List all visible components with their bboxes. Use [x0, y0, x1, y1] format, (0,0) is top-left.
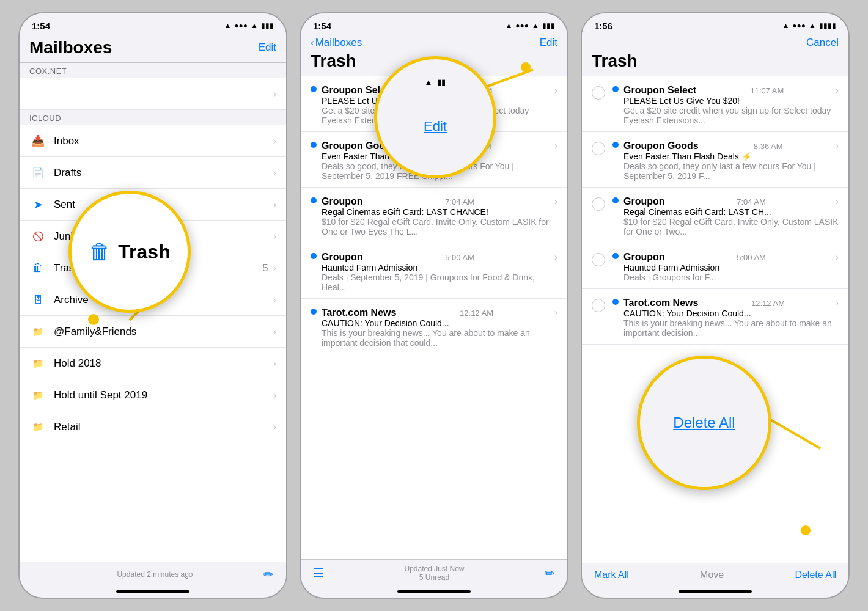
archive-chevron: ›	[273, 295, 276, 306]
footer-3: Mark All Move Delete All	[582, 563, 848, 587]
unread-dot-2-3	[311, 253, 317, 259]
radio-3-1[interactable]	[592, 142, 605, 155]
email-row-2-2[interactable]: Groupon 7:04 AM › Regal Cinemas eGift Ca…	[301, 188, 567, 243]
zoom-circle-edit: ▲ ▮▮ Edit	[374, 56, 496, 178]
drafts-chevron: ›	[273, 167, 276, 178]
email-row-3-2[interactable]: Groupon 7:04 AM › Regal Cinemas eGift Ca…	[582, 188, 848, 243]
nav-title-1: Mailboxes	[29, 38, 259, 57]
cancel-button-3[interactable]: Cancel	[806, 37, 839, 49]
wifi-icon-2: ▲	[532, 21, 539, 30]
home-indicator-2	[397, 590, 471, 593]
hold2018-label: Hold 2018	[54, 357, 273, 370]
unread-dot-2-2	[311, 197, 317, 203]
sender-3-3: Groupon	[623, 252, 665, 263]
zoom-edit-label[interactable]: Edit	[424, 119, 447, 134]
chevron-2-3: ›	[554, 252, 557, 263]
zoom-trash-label: Trash	[118, 241, 170, 263]
preview-3-3: Deals | Groupons for F...	[623, 273, 839, 282]
annotation-dot-2	[521, 62, 531, 72]
hold2019-chevron: ›	[273, 390, 276, 401]
footer-2: ☰ Updated Just Now 5 Unread ✏	[301, 559, 567, 587]
email-content-2-4: Tarot.com News 12:12 AM › CAUTION: Your …	[322, 305, 557, 348]
location-icon-3: ▲	[782, 21, 789, 30]
radio-3-3[interactable]	[592, 253, 605, 266]
location-icon-1: ▲	[224, 21, 231, 30]
phone-trash-edit: 1:56 ▲ ●●● ▲ ▮▮▮▮ Cancel Trash	[581, 12, 850, 599]
chevron-3-0: ›	[836, 85, 839, 96]
edit-button-1[interactable]: Edit	[259, 42, 276, 54]
unread-dot-3-3	[612, 253, 619, 259]
email-content-2-3: Groupon 5:00 AM › Haunted Farm Admission…	[322, 249, 557, 292]
email-row-2-3[interactable]: Groupon 5:00 AM › Haunted Farm Admission…	[301, 243, 567, 299]
signal-icon-3: ●●●	[792, 21, 806, 30]
hold2019-icon: 📁	[29, 390, 46, 401]
status-icons-1: ▲ ●●● ▲ ▮▮▮	[224, 21, 274, 30]
email-row-3-1[interactable]: Groupon Goods 8:36 AM › Even Faster Than…	[582, 132, 848, 188]
email-row-3-4[interactable]: Tarot.com News 12:12 AM › CAUTION: Your …	[582, 289, 848, 345]
battery-icon-2: ▮▮▮	[542, 21, 555, 30]
location-icon-2: ▲	[505, 21, 512, 30]
email-content-2-2: Groupon 7:04 AM › Regal Cinemas eGift Ca…	[322, 194, 557, 236]
hold2019-row[interactable]: 📁 Hold until Sept 2019 ›	[20, 379, 286, 411]
back-chevron-2: ‹	[311, 37, 314, 49]
retail-chevron: ›	[273, 422, 276, 433]
trash-count: 5	[262, 262, 268, 274]
subject-2-2: Regal Cinemas eGift Card: LAST CHANCE!	[322, 207, 557, 217]
status-bar-3: 1:56 ▲ ●●● ▲ ▮▮▮▮	[582, 13, 848, 35]
preview-2-2: $10 for $20 Regal eGift Card. Invite Onl…	[322, 217, 557, 236]
nav-title-row-3: Trash	[582, 51, 848, 76]
retail-icon: 📁	[29, 422, 46, 433]
preview-3-4: This is your breaking news... You are ab…	[623, 318, 839, 338]
unread-dot-3-4	[612, 299, 619, 305]
phone-mailboxes: 1:54 ▲ ●●● ▲ ▮▮▮ Mailboxes Edit COX.NET	[18, 12, 287, 599]
wifi-icon-1: ▲	[251, 21, 258, 30]
filter-icon-2[interactable]: ☰	[313, 566, 324, 580]
annotation-dot-1	[88, 314, 99, 325]
family-chevron: ›	[273, 326, 276, 337]
email-row-2-4[interactable]: Tarot.com News 12:12 AM › CAUTION: Your …	[301, 299, 567, 354]
radio-3-0[interactable]	[592, 86, 605, 100]
compose-icon-1[interactable]: ✏	[263, 567, 274, 582]
sender-3-2: Groupon	[623, 196, 665, 207]
hold2018-chevron: ›	[273, 358, 276, 369]
hold2018-row[interactable]: 📁 Hold 2018 ›	[20, 348, 286, 379]
zoom-delete-label[interactable]: Delete All	[673, 414, 735, 431]
mark-all-button[interactable]: Mark All	[594, 569, 629, 580]
subject-3-3: Haunted Farm Admission	[623, 263, 839, 273]
compose-icon-2[interactable]: ✏	[545, 566, 555, 580]
battery-icon-1: ▮▮▮	[261, 21, 274, 30]
delete-all-button[interactable]: Delete All	[795, 569, 836, 580]
edit-button-2[interactable]: Edit	[540, 37, 557, 49]
sender-2-4: Tarot.com News	[322, 307, 396, 318]
retail-row[interactable]: 📁 Retail ›	[20, 411, 286, 443]
family-icon: 📁	[29, 326, 46, 337]
drafts-row[interactable]: 📄 Drafts ›	[20, 157, 286, 189]
back-button-2[interactable]: ‹ Mailboxes	[311, 37, 362, 49]
zoom-circle-trash: 🗑 Trash	[68, 191, 191, 313]
mailbox-list: COX.NET › ICLOUD 📥 Inbox › 📄 Drafts ›	[20, 63, 286, 562]
sent-icon: ➤	[29, 198, 46, 211]
family-row[interactable]: 📁 @Family&Friends ›	[20, 316, 286, 348]
unread-dot-3-2	[612, 197, 619, 203]
signal-icon-1: ●●●	[234, 21, 248, 30]
email-row-3-0[interactable]: Groupon Select 11:07 AM › PLEASE Let Us …	[582, 76, 848, 132]
nav-top-2: ‹ Mailboxes Edit	[301, 35, 567, 51]
subject-2-3: Haunted Farm Admission	[322, 263, 557, 273]
nav-title-2: Trash	[311, 51, 356, 70]
chevron-3-4: ›	[836, 298, 839, 309]
preview-3-2: $10 for $20 Regal eGift Card. Invite Onl…	[623, 217, 839, 236]
unread-dot-2-4	[311, 309, 317, 315]
email-row-3-3[interactable]: Groupon 5:00 AM › Haunted Farm Admission…	[582, 243, 848, 289]
inbox-row[interactable]: 📥 Inbox ›	[20, 125, 286, 157]
trash-chevron: ›	[273, 263, 276, 274]
back-label-2: Mailboxes	[315, 37, 362, 49]
email-list-3: Groupon Select 11:07 AM › PLEASE Let Us …	[582, 76, 848, 563]
cox-row[interactable]: ›	[20, 78, 286, 110]
annotation-dot-3	[801, 525, 811, 535]
sender-3-4: Tarot.com News	[623, 298, 698, 309]
battery-icon-3: ▮▮▮▮	[819, 21, 836, 30]
chevron-3-1: ›	[836, 141, 839, 152]
radio-3-2[interactable]	[592, 197, 605, 211]
junk-chevron: ›	[273, 231, 276, 242]
radio-3-4[interactable]	[592, 299, 605, 312]
